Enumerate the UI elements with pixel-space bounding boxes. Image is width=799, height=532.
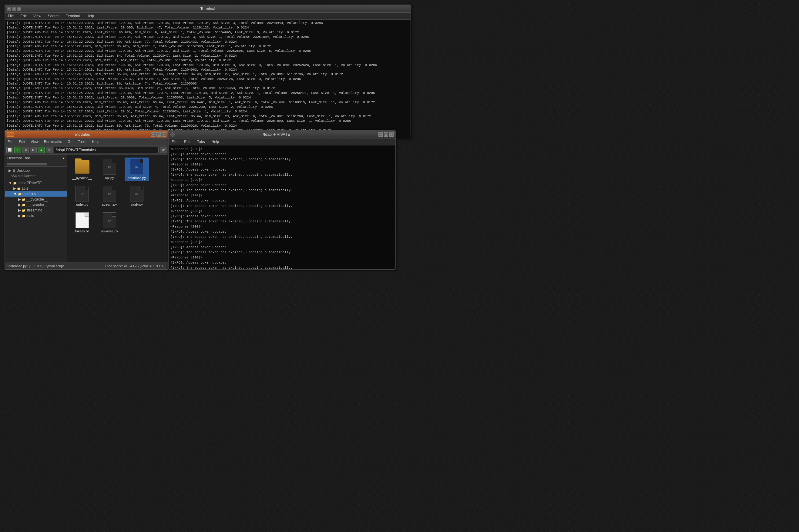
tdapi-title: /tdapi-PRIVATE [175, 132, 378, 137]
toolbar-new-btn[interactable]: + [14, 147, 21, 153]
py-text-universe: py [108, 219, 111, 222]
terminal-line: [Data]: QUOTE.AMD Tue Feb 14 15:51:24 20… [7, 72, 409, 77]
terminal-output: [Data]: QUOTE.META Tue Feb 14 15:51:20 2… [5, 20, 411, 138]
terminal-line: [Data]: QUOTE.META Tue Feb 14 15:51:26 2… [7, 105, 409, 109]
fm-menu-file[interactable]: File [6, 139, 15, 145]
menu-help[interactable]: Help [85, 13, 96, 19]
tdapi-close-btn[interactable]: ✕ [389, 132, 394, 137]
tree-item-streaming[interactable]: ▶ 📁 streaming [5, 208, 67, 213]
menu-terminal[interactable]: Terminal [64, 13, 81, 19]
terminal-line: [Data]: QUOTE.AMD Tue Feb 14 15:51:26 20… [7, 100, 409, 105]
terminal-line: [Data]: QUOTE.AMD Tue Feb 14 15:51:23 20… [7, 58, 409, 63]
folder-shape [75, 160, 89, 174]
file-item-tokens[interactable]: tokens.txt [70, 211, 94, 234]
py-icon-api: py [103, 159, 116, 175]
modules-minimize-btn[interactable]: ─ [151, 132, 155, 137]
tdapi-menu-tabs[interactable]: Tabs [195, 139, 206, 145]
terminal-line: [Data]: QUOTE.AMD Tue Feb 14 15:51:21 20… [7, 30, 409, 35]
folder-icon-pycache1: 📁 [22, 198, 25, 201]
tdapi-line: <Response [200]> [170, 193, 394, 198]
folder-icon-tests: 📁 [22, 214, 25, 217]
menu-file[interactable]: File [6, 13, 16, 19]
toolbar-up-btn[interactable]: ▲ [38, 147, 44, 153]
tdapi-line: [INFO]: Access token updated [170, 260, 394, 265]
fm-menu-edit[interactable]: Edit [17, 139, 27, 145]
py-text-api: py [108, 166, 111, 168]
file-item-api[interactable]: py api.py [97, 157, 122, 181]
dir-tree-dropdown[interactable]: ▼ [62, 157, 64, 160]
file-item-database[interactable]: py database.py [125, 157, 149, 181]
modules-close-btn[interactable]: ✕ [162, 132, 166, 137]
py-icon-study: py [130, 186, 143, 202]
file-item-pycache[interactable]: __pycache__ [70, 157, 94, 181]
tdapi-line: <Response [200]> [170, 240, 394, 245]
fm-menu-tools[interactable]: Tools [76, 139, 88, 145]
tree-item-desktop[interactable]: ▶ 🖥 Desktop [5, 168, 67, 173]
menu-view[interactable]: View [32, 13, 43, 19]
file-label-study: study.py [131, 203, 143, 206]
tree-item-tdapi[interactable]: ▼ 📁 tdapi-PRIVATE [5, 180, 67, 186]
menu-search[interactable]: Search [46, 13, 61, 19]
terminal-line: [Data]: QUOTE.META Tue Feb 14 15:51:21 2… [7, 35, 409, 39]
menu-edit[interactable]: Edit [18, 13, 29, 19]
terminal-close-btn[interactable]: ✕ [17, 7, 21, 11]
terminal-line: [Data]: QUOTE.INTC Tue Feb 14 15:51:21 2… [7, 25, 409, 30]
modules-window: modules ─ □ ✕ File Edit View Bookmarks G… [4, 130, 168, 270]
tree-label-tests: tests [26, 214, 34, 218]
toolbar-home-btn[interactable]: ⌂ [46, 147, 52, 153]
file-label-api: api.py [105, 176, 114, 180]
file-icons-panel: __pycache__ py api.py py database.py [67, 154, 168, 262]
path-input[interactable] [54, 147, 159, 153]
modules-title: modules [14, 132, 151, 137]
file-item-order[interactable]: py order.py [70, 184, 94, 208]
modules-menubar: File Edit View Bookmarks Go Tools Help [5, 138, 168, 146]
tdapi-line: [INFO]: The access token has expired, up… [170, 204, 394, 209]
fm-menu-bookmarks[interactable]: Bookmarks [42, 139, 64, 145]
tree-item-apis[interactable]: ▶ 📁 apis [5, 186, 67, 191]
tdapi-line: [INFO]: Access token updated [170, 229, 394, 234]
tdapi-menubar: File Edit Tabs Help [168, 138, 395, 146]
tree-item-pycache1[interactable]: ▶ 📁 __pycache__ [5, 197, 67, 202]
tdapi-line: [INFO]: The access token has expired, up… [170, 188, 394, 193]
toolbar-open-btn[interactable]: ⬜ [6, 147, 13, 153]
tree-item-modules[interactable]: ▼ 📁 modules [5, 191, 67, 197]
tdapi-line: [INFO]: Access token updated [170, 183, 394, 188]
toolbar-forward-btn[interactable]: ▶ [30, 147, 37, 153]
tdapi-menu-help[interactable]: Help [210, 139, 221, 145]
fm-menu-go[interactable]: Go [66, 139, 74, 145]
expand-icon: ▶ [8, 168, 11, 173]
terminal-minimize-btn[interactable]: ─ [7, 7, 11, 11]
file-item-universe[interactable]: py universe.py [97, 211, 122, 234]
tdapi-line: [INFO]: The access token has expired, up… [170, 219, 394, 224]
dir-tree-header: Directory Tree ▼ [5, 154, 67, 162]
terminal-line: [Data]: QUOTE.AMD Tue Feb 14 15:51:25 20… [7, 86, 409, 91]
tree-item-pycache2[interactable]: ▶ 📁 __pycache__ [5, 202, 67, 208]
file-icon-database: py [129, 159, 144, 175]
terminal-maximize-btn[interactable]: □ [12, 7, 16, 11]
toolbar-sync-btn[interactable]: ⟳ [160, 147, 166, 153]
py-text-stream: py [108, 192, 111, 195]
txt-icon-tokens [75, 212, 89, 228]
tdapi-minimize-btn[interactable]: ─ [378, 132, 383, 137]
py-icon-order: py [75, 186, 89, 202]
terminal-line: [Data]: QUOTE.INTC Tue Feb 14 15:51:27 2… [7, 109, 409, 114]
tdapi-line: <Response [200]> [170, 224, 394, 229]
tdapi-line: [INFO]: Access token updated [170, 245, 394, 250]
tdapi-maximize-btn[interactable]: □ [384, 132, 388, 137]
folder-icon-apis: 📁 [17, 187, 21, 190]
tree-item-tests[interactable]: ▶ 📁 tests [5, 213, 67, 218]
tree-label-modules: modules [22, 192, 36, 196]
terminal-line: [Data]: QUOTE.INTC Tue Feb 14 15:51:25 2… [7, 81, 409, 86]
tdapi-line: [INFO]: The access token has expired, up… [170, 172, 394, 177]
tdapi-menu-file[interactable]: File [170, 139, 179, 145]
tdapi-menu-edit[interactable]: Edit [182, 139, 192, 145]
fm-menu-help[interactable]: Help [90, 139, 101, 145]
file-item-stream[interactable]: py stream.py [97, 184, 122, 208]
tdapi-line: [INFO]: The access token has expired, up… [170, 157, 394, 162]
tdapi-line: <Response [200]> [170, 209, 394, 214]
toolbar-back-btn[interactable]: ◀ [22, 147, 29, 153]
fm-menu-view[interactable]: View [29, 139, 40, 145]
modules-maximize-btn[interactable]: □ [157, 132, 161, 137]
file-item-study[interactable]: py study.py [125, 184, 149, 208]
terminal-titlebar: ─ □ ✕ Terminal [5, 5, 411, 13]
